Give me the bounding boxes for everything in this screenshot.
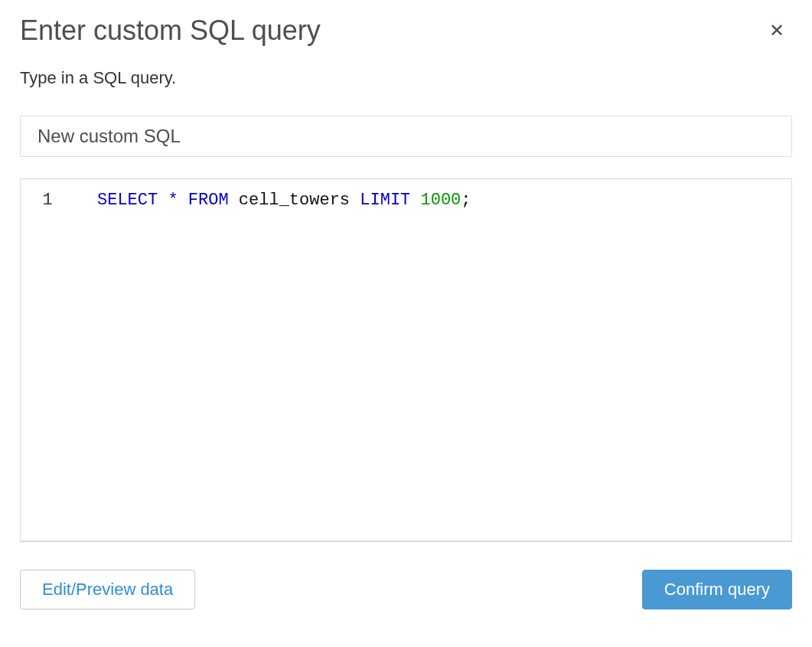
sql-keyword-limit: LIMIT bbox=[360, 191, 410, 210]
edit-preview-button[interactable]: Edit/Preview data bbox=[20, 570, 195, 609]
code-line[interactable]: SELECT * FROM cell_towers LIMIT 1000; bbox=[97, 187, 776, 214]
editor-code-area[interactable]: SELECT * FROM cell_towers LIMIT 1000; bbox=[74, 179, 791, 541]
line-number: 1 bbox=[21, 187, 74, 214]
query-name-input[interactable] bbox=[20, 116, 792, 157]
close-icon[interactable]: ✕ bbox=[763, 18, 791, 43]
sql-table-name: cell_towers bbox=[239, 191, 350, 210]
confirm-query-button[interactable]: Confirm query bbox=[642, 570, 792, 609]
dialog-title: Enter custom SQL query bbox=[20, 14, 321, 47]
sql-limit-value: 1000 bbox=[421, 191, 461, 210]
dialog-subtitle: Type in a SQL query. bbox=[20, 68, 792, 88]
sql-star: * bbox=[168, 191, 178, 210]
editor-gutter: 1 bbox=[21, 179, 74, 541]
sql-semicolon: ; bbox=[461, 191, 471, 210]
sql-editor[interactable]: 1 SELECT * FROM cell_towers LIMIT 1000; bbox=[20, 178, 792, 542]
sql-keyword-from: FROM bbox=[188, 191, 229, 210]
sql-keyword-select: SELECT bbox=[97, 191, 158, 210]
